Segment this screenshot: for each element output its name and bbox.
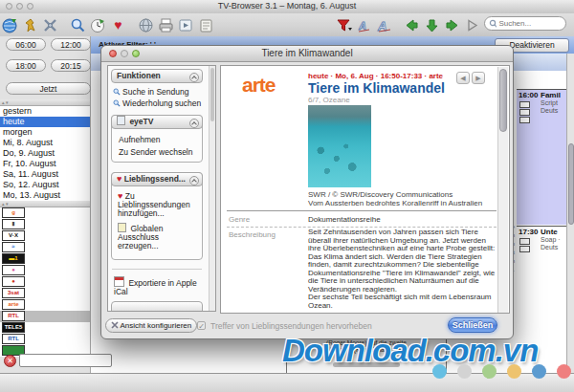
now-button[interactable]: Jetzt	[6, 82, 91, 95]
nav-left-icon[interactable]	[403, 16, 421, 33]
date-item[interactable]: Fr, 10. August	[0, 159, 90, 169]
clear-filter-icon[interactable]: ✕	[4, 355, 16, 367]
collapse-icon[interactable]	[189, 119, 199, 128]
font-larger-icon[interactable]: A	[375, 16, 393, 33]
time-button-0600[interactable]: 06:00	[6, 38, 46, 51]
search-icon[interactable]	[69, 16, 87, 33]
favorites-heart-icon[interactable]: ♥	[109, 16, 127, 33]
film-icon	[519, 117, 530, 123]
search-repetition-item[interactable]: Wiederholung suchen	[113, 99, 201, 108]
channel-row[interactable]: arte	[0, 299, 90, 311]
date-list-header[interactable]: ▴ ▾	[0, 99, 90, 106]
collapse-icon[interactable]	[189, 176, 199, 185]
collapse-icon[interactable]	[189, 73, 199, 82]
favorites-header-label: Lieblingssend...	[124, 174, 186, 184]
date-item[interactable]: Sa, 11. August	[0, 169, 90, 180]
image-credit: SWR / © SWR/Discovery Communications	[308, 190, 453, 199]
font-smaller-icon[interactable]: A	[355, 16, 373, 33]
channel-row[interactable]: ≈	[0, 242, 90, 253]
favorites-group: ♥ Lieblingssend... ♥ Zu Lieblingssendung…	[111, 172, 203, 260]
sidebar: 06:00 12:00 18:00 20:15 Jetzt ▴ ▾ gester…	[0, 36, 91, 373]
scrollbar-thumb[interactable]	[210, 68, 214, 121]
channel-row[interactable]: ●	[0, 265, 90, 276]
channel-row[interactable]: RTL	[0, 334, 90, 345]
program-genre: Script	[541, 99, 558, 106]
channel-logo: RTL	[2, 334, 25, 344]
nav-right-icon[interactable]	[443, 16, 461, 33]
close-dialog-button[interactable]: Schließen	[448, 317, 497, 333]
channel-filter-input[interactable]	[19, 354, 112, 367]
global-exclusion-item[interactable]: Globalen Ausschluss erzeugen...	[118, 223, 200, 250]
channel-row[interactable]: Ⅱ	[0, 219, 90, 230]
channel-row[interactable]: g	[0, 207, 90, 219]
settings-icon[interactable]	[41, 16, 59, 33]
search-input[interactable]	[497, 18, 562, 29]
highlight-favorites-checkbox[interactable]: ✓	[197, 321, 206, 330]
search-field-icon	[489, 19, 497, 29]
date-item[interactable]: morgen	[0, 127, 90, 138]
eyetv-icon	[117, 116, 125, 125]
channel-row[interactable]: TELE5	[0, 322, 90, 334]
image-caption: Vom Aussterben bedrohtes Korallenriff in…	[308, 199, 482, 207]
program-cell[interactable]: 17:30 Unte Soap · Deuts	[517, 226, 566, 287]
add-favorite-item[interactable]: ♥ Zu Lieblingssendungen hinzufügen...	[118, 192, 200, 218]
content-scrollbar[interactable]	[497, 67, 508, 313]
channel-row[interactable]: RTL	[0, 311, 90, 322]
program-content: arte heute · Mo, 6. Aug · 16:50-17:33 · …	[220, 65, 510, 314]
time-button-2015[interactable]: 20:15	[51, 59, 91, 72]
update-icon[interactable]	[1, 16, 19, 33]
channel-row[interactable]: ●	[0, 276, 90, 288]
filter-funnel-icon[interactable]	[335, 16, 353, 33]
functions-group-header[interactable]: Funktionen	[111, 69, 203, 83]
channel-list-header[interactable]: ▴ ▾	[0, 201, 90, 207]
description-text: Seit Zehntausenden von Jahren passen sic…	[308, 229, 497, 310]
panel-scrollbar[interactable]	[209, 66, 215, 311]
channel-row[interactable]: 3sat	[0, 288, 90, 299]
tv-icon	[519, 246, 530, 252]
watermark-dot	[532, 364, 546, 379]
heart-icon: ♥	[117, 174, 121, 184]
previous-program-button[interactable]: ◀	[456, 72, 470, 84]
format-icon	[519, 101, 530, 108]
play-icon[interactable]	[463, 16, 481, 33]
clipboard-icon[interactable]	[197, 16, 215, 33]
program-cell[interactable]: 16:00 Famil Script Deuts	[517, 89, 566, 225]
eyetv-group-header[interactable]: eyeTV	[111, 115, 203, 129]
date-item[interactable]: heute	[0, 117, 90, 127]
date-item[interactable]: So, 12. August	[0, 180, 90, 190]
grid-vertical-scrollbar[interactable]	[566, 54, 574, 373]
functions-header-label: Funktionen	[117, 71, 161, 80]
date-item[interactable]: Do, 9. August	[0, 148, 90, 159]
channel-row[interactable]: V·X	[0, 230, 90, 242]
toolbar-search[interactable]	[484, 16, 566, 31]
reminder-clock-icon[interactable]	[89, 16, 107, 33]
description-label: Beschreibung	[229, 230, 276, 239]
date-item[interactable]: gestern	[0, 106, 90, 117]
time-button-1800[interactable]: 18:00	[6, 59, 46, 72]
dialog-title: Tiere im Klimawandel	[101, 48, 513, 58]
webpages-icon[interactable]	[137, 16, 155, 33]
time-button-1200[interactable]: 12:00	[51, 38, 91, 51]
export-ical-item[interactable]: Exportiere in Apple iCal	[114, 276, 198, 296]
channel-logo: ≈	[2, 242, 25, 252]
nav-down-icon[interactable]	[423, 16, 441, 33]
favorites-group-header[interactable]: ♥ Lieblingssend...	[111, 172, 203, 186]
configure-view-button[interactable]: Ansicht konfigurieren	[105, 318, 197, 333]
date-item[interactable]: Mo, 13. August	[0, 190, 90, 201]
genre-label: Genre	[229, 215, 250, 224]
eyetv-switch-item[interactable]: Zu Sender wechseln	[119, 148, 193, 157]
arte-channel-logo: arte	[242, 74, 276, 97]
channel-row[interactable]: ▬1	[0, 253, 90, 265]
eyetv-record-item[interactable]: Aufnehmen	[119, 136, 160, 144]
watermark-dot	[482, 364, 497, 379]
search-in-program-item[interactable]: Suche in Sendung	[113, 88, 188, 97]
scrollbar-thumb[interactable]	[568, 143, 574, 225]
window-titlebar: TV-Browser 3.1 – Montag, 6. August	[0, 0, 574, 14]
scrollbar-thumb[interactable]	[499, 69, 507, 132]
next-program-button[interactable]: ▶	[472, 72, 485, 84]
date-item[interactable]: Mi, 8. August	[0, 138, 90, 148]
highlight-favorites-label: Treffer von Lieblingssendungen hervorheb…	[210, 321, 372, 331]
media-window-icon[interactable]	[177, 16, 195, 33]
plugins-icon[interactable]	[21, 16, 39, 33]
print-icon[interactable]	[157, 16, 175, 33]
